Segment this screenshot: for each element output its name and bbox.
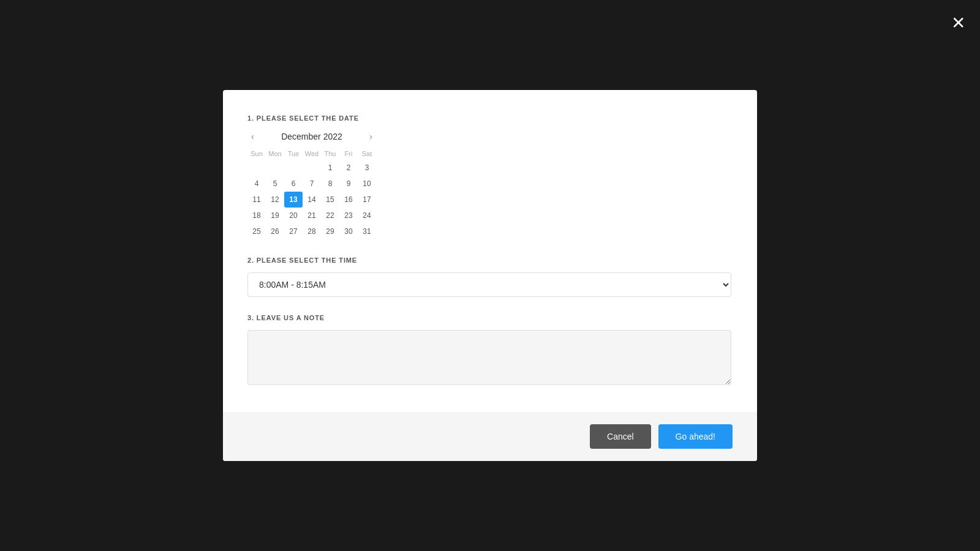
calendar-day[interactable]: 4 xyxy=(247,176,266,192)
calendar-day[interactable]: 1 xyxy=(321,160,339,176)
calendar-day[interactable]: 3 xyxy=(358,160,376,176)
calendar-grid: SunMonTueWedThuFriSat 123456789101112131… xyxy=(247,148,376,239)
calendar-header: ‹ December 2022 › xyxy=(247,130,376,143)
calendar-day[interactable]: 5 xyxy=(266,176,284,192)
modal-dialog: 1. Please Select the Date ‹ December 202… xyxy=(223,90,757,461)
calendar-day-header: Sat xyxy=(358,148,376,160)
calendar-day[interactable]: 21 xyxy=(303,208,321,223)
calendar-month-year: December 2022 xyxy=(281,132,342,141)
calendar-day[interactable]: 10 xyxy=(358,176,376,192)
calendar-day[interactable]: 28 xyxy=(303,223,321,239)
calendar-day[interactable]: 6 xyxy=(284,176,303,192)
calendar-day[interactable]: 11 xyxy=(247,192,266,208)
time-select[interactable]: 8:00AM - 8:15AM8:15AM - 8:30AM8:30AM - 8… xyxy=(247,272,731,297)
calendar-day[interactable]: 30 xyxy=(339,223,358,239)
cancel-button[interactable]: Cancel xyxy=(590,424,651,449)
modal-footer: Cancel Go ahead! xyxy=(223,412,757,461)
modal-body: 1. Please Select the Date ‹ December 202… xyxy=(223,90,757,412)
calendar-day[interactable]: 12 xyxy=(266,192,284,208)
section3-label: 3. Leave Us a Note xyxy=(247,314,733,321)
calendar-day xyxy=(303,160,321,176)
time-section: 2. Please Select the Time 8:00AM - 8:15A… xyxy=(247,257,733,297)
calendar-day[interactable]: 19 xyxy=(266,208,284,223)
calendar-day[interactable]: 16 xyxy=(339,192,358,208)
note-section: 3. Leave Us a Note xyxy=(247,314,733,388)
calendar-day[interactable]: 8 xyxy=(321,176,339,192)
calendar-day xyxy=(266,160,284,176)
calendar-day[interactable]: 2 xyxy=(339,160,358,176)
calendar-day[interactable]: 23 xyxy=(339,208,358,223)
section2-label: 2. Please Select the Time xyxy=(247,257,733,264)
calendar-day[interactable]: 14 xyxy=(303,192,321,208)
close-button[interactable]: ✕ xyxy=(951,15,965,32)
note-textarea[interactable] xyxy=(247,330,731,385)
calendar-day[interactable]: 25 xyxy=(247,223,266,239)
prev-month-button[interactable]: ‹ xyxy=(247,130,258,143)
calendar-day[interactable]: 26 xyxy=(266,223,284,239)
calendar-day[interactable]: 22 xyxy=(321,208,339,223)
calendar-day[interactable]: 17 xyxy=(358,192,376,208)
calendar-day-header: Mon xyxy=(266,148,284,160)
calendar-day xyxy=(284,160,303,176)
calendar-day[interactable]: 24 xyxy=(358,208,376,223)
go-ahead-button[interactable]: Go ahead! xyxy=(658,424,733,449)
calendar-day[interactable]: 7 xyxy=(303,176,321,192)
calendar-day-header: Thu xyxy=(321,148,339,160)
calendar-day[interactable]: 29 xyxy=(321,223,339,239)
calendar-day[interactable]: 9 xyxy=(339,176,358,192)
calendar-day xyxy=(247,160,266,176)
calendar: ‹ December 2022 › SunMonTueWedThuFriSat … xyxy=(247,130,376,239)
calendar-day[interactable]: 27 xyxy=(284,223,303,239)
calendar-day[interactable]: 13 xyxy=(284,192,303,208)
calendar-day[interactable]: 31 xyxy=(358,223,376,239)
calendar-day-header: Tue xyxy=(284,148,303,160)
calendar-day[interactable]: 18 xyxy=(247,208,266,223)
next-month-button[interactable]: › xyxy=(366,130,376,143)
calendar-day-header: Sun xyxy=(247,148,266,160)
calendar-day-header: Wed xyxy=(303,148,321,160)
section1-label: 1. Please Select the Date xyxy=(247,114,733,122)
calendar-day[interactable]: 15 xyxy=(321,192,339,208)
calendar-day[interactable]: 20 xyxy=(284,208,303,223)
calendar-day-header: Fri xyxy=(339,148,358,160)
